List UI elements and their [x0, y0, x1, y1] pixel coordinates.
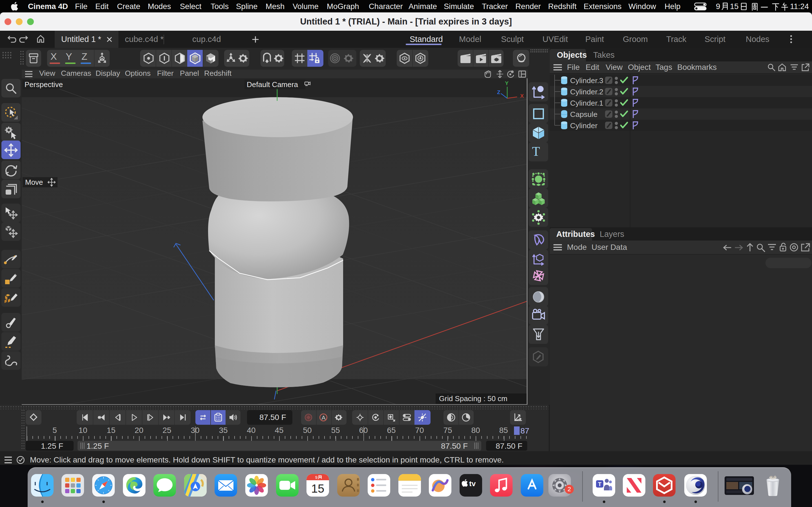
svg-text:Cylinder.1: Cylinder.1 — [570, 99, 603, 107]
svg-text:Z: Z — [497, 89, 500, 95]
svg-text:Cylinder.3: Cylinder.3 — [570, 76, 603, 85]
svg-text:Grid Spacing : 50 cm: Grid Spacing : 50 cm — [439, 394, 507, 403]
svg-text:Cylinder.2: Cylinder.2 — [570, 88, 603, 96]
svg-text:Move: Move — [25, 178, 43, 186]
svg-text:Perspective: Perspective — [24, 80, 63, 89]
svg-text:Y: Y — [505, 80, 509, 86]
svg-text:A: A — [322, 414, 326, 421]
svg-text:Default Camera: Default Camera — [247, 80, 298, 89]
svg-text:15: 15 — [311, 482, 324, 495]
svg-text:tv: tv — [469, 480, 476, 488]
svg-text:9: 9 — [315, 475, 317, 480]
svg-text:Cylinder: Cylinder — [570, 121, 598, 130]
svg-text:Capsule: Capsule — [570, 110, 598, 119]
svg-text:T: T — [598, 481, 601, 487]
